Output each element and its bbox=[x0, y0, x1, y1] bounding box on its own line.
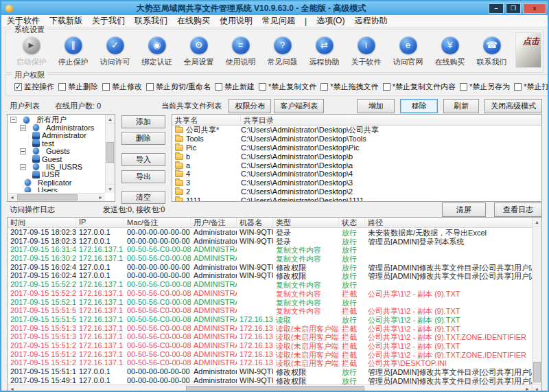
column-status[interactable]: 状态 bbox=[339, 218, 365, 227]
checkbox-icon[interactable] bbox=[320, 83, 328, 91]
share-row[interactable]: 4 C:\Users\Administrator\Desktop\4 bbox=[172, 170, 541, 178]
share-row[interactable]: 3 C:\Users\Administrator\Desktop\3 bbox=[172, 178, 541, 187]
tree-item[interactable]: Users bbox=[9, 187, 104, 192]
checkbox-icon[interactable] bbox=[383, 83, 390, 91]
checkbox-icon[interactable] bbox=[460, 83, 467, 91]
scroll-thumb[interactable] bbox=[17, 194, 78, 200]
tree-vertical-scrollbar[interactable]: ▲ ▼ bbox=[105, 115, 115, 193]
menu-item[interactable]: 关于我们 bbox=[92, 15, 125, 27]
column-user[interactable]: 用户/备注 bbox=[191, 218, 237, 227]
permission-checkbox[interactable]: *禁止复制文件内容 bbox=[383, 82, 456, 92]
column-ip[interactable]: IP bbox=[76, 218, 124, 227]
view-log-button[interactable]: 查看日志 bbox=[494, 203, 542, 217]
permission-checkbox[interactable]: *禁止拖拽文件 bbox=[320, 82, 378, 92]
tree-expander-icon[interactable] bbox=[10, 117, 16, 123]
toolbar-button[interactable]: e 访问官网 bbox=[387, 36, 429, 67]
share-row[interactable]: Tools C:\Users\Administrator\Desktop\Too… bbox=[172, 135, 541, 143]
permission-checkbox[interactable]: 禁止删除 bbox=[58, 82, 98, 92]
column-type[interactable]: 类型 bbox=[273, 218, 339, 227]
menu-item[interactable]: 联系我们 bbox=[135, 15, 167, 27]
scroll-up-icon[interactable]: ▲ bbox=[533, 218, 541, 227]
share-row[interactable]: 1111 C:\Users\Administrator\Desktop\1111 bbox=[172, 196, 541, 201]
log-row[interactable]: 2017-09-15 15:52:26 172.16.137.1 00-50-5… bbox=[8, 280, 532, 289]
permission-checkbox[interactable]: 禁止剪切/重命名 bbox=[146, 82, 211, 92]
log-row[interactable]: 2017-09-15 15:51:33 172.16.137.1 00-50-5… bbox=[8, 324, 532, 333]
column-share-dir[interactable]: 共享目录 bbox=[241, 115, 541, 125]
scroll-thumb[interactable] bbox=[106, 142, 114, 163]
menu-item[interactable]: 下载新版 bbox=[49, 15, 82, 27]
log-row[interactable]: 2017-09-15 15:51:27 172.16.137.1 00-50-5… bbox=[8, 341, 532, 350]
toolbar-button[interactable]: ✓ 访问许可 bbox=[94, 36, 136, 67]
permission-checkbox[interactable]: 禁止修改 bbox=[102, 82, 142, 92]
tree-expander-icon[interactable] bbox=[20, 148, 26, 154]
toolbar-button[interactable]: ⚙ 全局设置 bbox=[178, 36, 220, 67]
tree-expander-icon[interactable] bbox=[20, 125, 26, 131]
log-row[interactable]: 2017-09-15 18:02:36 127.0.0.1 00-00-00-0… bbox=[8, 237, 532, 246]
column-path[interactable]: 路径 bbox=[365, 218, 532, 227]
tree-item[interactable]: IIS_IUSRS bbox=[9, 163, 104, 170]
log-row[interactable]: 2017-09-15 15:51:27 172.16.137.1 00-50-5… bbox=[8, 350, 532, 359]
share-row[interactable]: a C:\Users\Administrator\Desktop\a bbox=[172, 161, 541, 170]
toolbar-button[interactable]: ∥ 停止保护 bbox=[52, 36, 94, 67]
log-row[interactable]: 2017-09-15 15:51:12 127.0.0.1 00-00-00-0… bbox=[8, 367, 532, 376]
permission-checkbox[interactable]: *禁止打印 bbox=[514, 82, 549, 92]
tree-item[interactable]: Guests bbox=[9, 148, 104, 155]
scroll-up-icon[interactable]: ▲ bbox=[106, 115, 115, 124]
scroll-thumb[interactable] bbox=[186, 386, 364, 392]
toolbar-button[interactable]: ► 启动保护 bbox=[10, 36, 52, 67]
menu-item[interactable]: 选项(O) bbox=[316, 15, 344, 27]
column-machine[interactable]: 机器名 bbox=[237, 218, 273, 227]
log-row[interactable]: 2017-09-15 16:02:47 127.0.0.1 00-00-00-0… bbox=[8, 263, 532, 272]
export-button[interactable]: 导出 bbox=[121, 170, 165, 183]
close-button[interactable]: x bbox=[523, 3, 546, 14]
checkbox-icon[interactable] bbox=[58, 83, 66, 91]
log-row[interactable]: 2017-09-15 16:31:46 172.16.137.1 00-50-5… bbox=[8, 245, 532, 254]
checkbox-icon[interactable] bbox=[215, 83, 222, 91]
tree-horizontal-scrollbar[interactable]: ◄ ► bbox=[8, 193, 105, 201]
scroll-thumb[interactable] bbox=[533, 362, 541, 382]
menu-item[interactable]: 常见问题 bbox=[262, 15, 295, 27]
refresh-button[interactable]: 刷新 bbox=[443, 99, 479, 113]
add-share-button[interactable]: 增加 bbox=[357, 99, 395, 113]
log-row[interactable]: 2017-09-15 15:51:33 172.16.137.1 00-50-5… bbox=[8, 332, 532, 341]
checkbox-icon[interactable] bbox=[259, 83, 266, 91]
tree-item[interactable]: Guest bbox=[9, 155, 104, 163]
checkbox-icon[interactable] bbox=[14, 83, 22, 91]
scroll-right-icon[interactable]: ► bbox=[96, 194, 105, 201]
share-row[interactable]: 2 C:\Users\Administrator\Desktop\2 bbox=[172, 187, 541, 196]
tree-item[interactable]: Replicator bbox=[9, 178, 104, 186]
log-vertical-scrollbar[interactable]: ▲ ▼ bbox=[532, 218, 541, 392]
close-advanced-mode-button[interactable]: 关闭高级模式 bbox=[484, 99, 542, 113]
log-row[interactable]: 2017-09-15 15:51:24 172.16.137.1 00-50-5… bbox=[8, 358, 532, 367]
toolbar-button[interactable]: ≡ 使用说明 bbox=[220, 36, 261, 67]
delete-user-button[interactable]: 删除 bbox=[121, 132, 165, 145]
client-list-button[interactable]: 客户端列表 bbox=[274, 99, 324, 113]
tree-expander-icon[interactable] bbox=[20, 164, 26, 170]
tree-item[interactable]: Administrator bbox=[9, 132, 104, 139]
permission-checkbox[interactable]: *禁止复制文件 bbox=[259, 82, 316, 92]
tree-item[interactable]: test bbox=[9, 139, 104, 147]
column-share-name[interactable]: 共享名 bbox=[172, 115, 241, 125]
permission-distribution-button[interactable]: 权限分布 bbox=[229, 99, 271, 113]
clear-button[interactable]: 清空 bbox=[121, 191, 165, 204]
toolbar-button[interactable]: i 关于软件 bbox=[345, 36, 387, 67]
share-row[interactable]: Pic C:\Users\Administrator\Desktop\Pic bbox=[172, 143, 541, 152]
permission-checkbox[interactable]: 禁止新建 bbox=[215, 82, 255, 92]
toolbar-button[interactable]: ¥ 在线购买 bbox=[429, 36, 471, 67]
column-mac[interactable]: Mac/备注 bbox=[124, 218, 191, 227]
checkbox-icon[interactable] bbox=[514, 83, 522, 91]
menu-item[interactable]: | bbox=[305, 16, 307, 26]
toolbar-button[interactable]: ⇄ 远程协助 bbox=[303, 36, 345, 67]
toolbar-button[interactable]: ? 常见问题 bbox=[261, 36, 303, 67]
tree-item[interactable]: IUSR bbox=[9, 171, 104, 178]
log-row[interactable]: 2017-09-15 15:51:54 172.16.137.1 00-50-5… bbox=[8, 306, 532, 315]
scroll-down-icon[interactable]: ▼ bbox=[533, 384, 541, 392]
log-row[interactable]: 2017-09-15 15:52:17 172.16.137.1 00-50-5… bbox=[8, 298, 532, 307]
restore-button[interactable]: ❐ bbox=[506, 3, 521, 14]
scroll-right-icon[interactable]: ► bbox=[523, 385, 532, 392]
promo-banner[interactable]: 点击 bbox=[515, 32, 541, 68]
share-row[interactable]: b C:\Users\Administrator\Desktop\b bbox=[172, 152, 541, 161]
share-row[interactable]: 公司共享* C:\Users\Administrator\Desktop\公司共… bbox=[172, 126, 541, 135]
log-row[interactable]: 2017-09-15 16:02:44 127.0.0.1 00-00-00-0… bbox=[8, 271, 532, 280]
scroll-left-icon[interactable]: ◄ bbox=[8, 385, 16, 392]
